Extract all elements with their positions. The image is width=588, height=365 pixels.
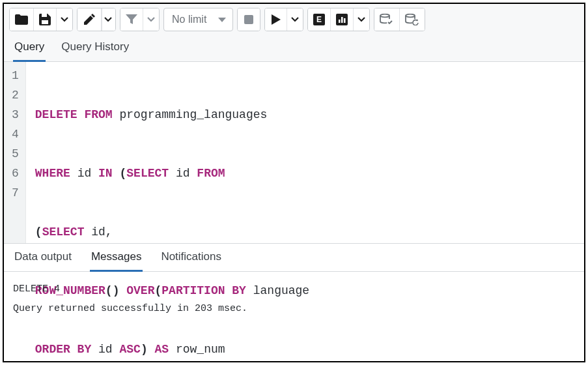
explain-dropdown[interactable] (354, 8, 369, 31)
line-number: 7 (12, 183, 19, 203)
filter-group (120, 8, 160, 31)
line-gutter: 1 2 3 4 5 6 7 (4, 62, 26, 243)
svg-rect-0 (244, 15, 253, 24)
open-file-button[interactable] (10, 8, 34, 31)
code-line: ORDER BY id ASC) AS row_num (35, 340, 309, 359)
line-number: 6 (12, 164, 19, 183)
line-number: 5 (12, 144, 19, 164)
chevron-down-icon (357, 17, 365, 22)
toolbar: No limit E (4, 4, 584, 34)
folder-icon (15, 14, 28, 25)
row-limit-label: No limit (172, 14, 206, 25)
chart-icon (336, 14, 348, 25)
execute-button[interactable] (265, 8, 287, 31)
cancel-group (237, 8, 260, 31)
messages-pane: DELETE 4 Query returned successfully in … (4, 272, 584, 327)
tab-data-output[interactable]: Data output (13, 244, 73, 272)
file-group (9, 8, 73, 31)
cancel-query-button[interactable] (238, 8, 260, 31)
tab-query-history[interactable]: Query History (60, 34, 130, 62)
chevron-down-icon (61, 17, 68, 22)
edit-group (77, 8, 116, 31)
chevron-down-icon (291, 17, 299, 22)
sql-editor[interactable]: 1 2 3 4 5 6 7 DELETE FROM programming_la… (4, 62, 584, 243)
tab-query[interactable]: Query (13, 34, 46, 62)
pencil-icon (83, 13, 96, 26)
filter-dropdown[interactable] (143, 8, 159, 31)
filter-button[interactable] (120, 8, 143, 31)
execute-dropdown[interactable] (287, 8, 303, 31)
output-tabs: Data output Messages Notifications (4, 243, 584, 272)
tab-notifications[interactable]: Notifications (160, 244, 223, 272)
filter-icon (126, 14, 137, 25)
save-icon (39, 14, 51, 25)
line-number: 4 (12, 124, 19, 144)
edit-dropdown[interactable] (102, 8, 115, 31)
transaction-group (374, 8, 425, 31)
commit-button[interactable] (374, 8, 400, 31)
line-number: 2 (12, 85, 19, 105)
row-limit-select[interactable]: No limit (163, 8, 233, 31)
chevron-down-icon (218, 18, 226, 22)
svg-point-9 (406, 14, 415, 18)
message-line: Query returned successfully in 203 msec. (13, 299, 575, 319)
chevron-down-icon (104, 17, 112, 22)
explain-button[interactable]: E (308, 8, 331, 31)
editor-tabs: Query Query History (4, 34, 584, 62)
message-line: DELETE 4 (13, 280, 575, 299)
explain-group: E (307, 8, 370, 31)
code-area[interactable]: DELETE FROM programming_languages WHERE … (26, 62, 309, 243)
explain-analyze-button[interactable] (331, 8, 354, 31)
save-dropdown[interactable] (57, 8, 72, 31)
execute-group (264, 8, 303, 31)
code-line: WHERE id IN (SELECT id FROM (35, 164, 309, 183)
db-rollback-icon (405, 14, 419, 25)
explain-icon: E (313, 14, 325, 25)
svg-rect-5 (341, 17, 343, 23)
svg-rect-6 (344, 18, 346, 23)
svg-text:E: E (316, 15, 322, 24)
app-frame: No limit E (3, 3, 585, 362)
play-icon (272, 14, 281, 25)
save-button[interactable] (34, 8, 57, 31)
rollback-button[interactable] (400, 8, 425, 31)
db-commit-icon (380, 14, 394, 25)
tab-messages[interactable]: Messages (90, 244, 143, 272)
line-number: 1 (12, 66, 19, 85)
svg-rect-4 (339, 20, 341, 23)
chevron-down-icon (147, 17, 155, 22)
code-line: DELETE FROM programming_languages (35, 105, 309, 124)
edit-button[interactable] (77, 8, 102, 31)
stop-icon (244, 15, 253, 24)
code-line: (SELECT id, (35, 222, 309, 242)
line-number: 3 (12, 105, 19, 124)
svg-point-7 (380, 14, 389, 18)
